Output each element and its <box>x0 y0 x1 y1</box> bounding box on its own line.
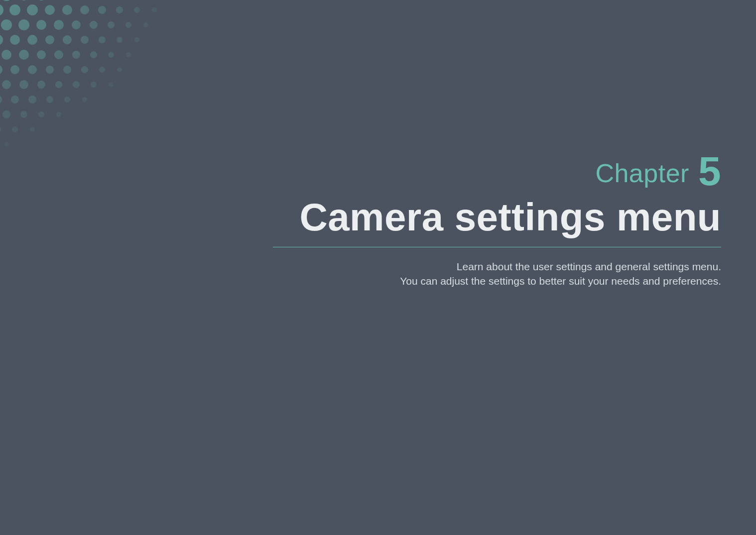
svg-point-13 <box>0 0 12 1</box>
svg-point-29 <box>98 6 106 14</box>
svg-point-84 <box>64 97 70 103</box>
svg-point-85 <box>82 97 87 102</box>
svg-point-64 <box>10 65 19 74</box>
svg-point-42 <box>143 22 148 27</box>
svg-point-24 <box>9 4 20 15</box>
svg-point-88 <box>20 111 27 118</box>
svg-point-25 <box>27 4 38 15</box>
svg-point-87 <box>2 110 10 118</box>
svg-point-34 <box>1 19 12 30</box>
svg-point-52 <box>134 37 139 42</box>
svg-point-92 <box>0 126 1 133</box>
svg-point-93 <box>12 126 18 132</box>
svg-point-36 <box>36 20 46 30</box>
svg-point-82 <box>28 96 36 104</box>
svg-point-78 <box>109 82 114 87</box>
svg-point-48 <box>63 35 72 44</box>
svg-point-31 <box>134 7 140 13</box>
description-line-1: Learn about the user settings and genera… <box>457 261 721 272</box>
svg-point-23 <box>0 4 3 16</box>
title-divider <box>273 247 721 247</box>
svg-point-37 <box>54 20 64 30</box>
svg-point-44 <box>0 34 3 45</box>
chapter-label-text: Chapter <box>595 158 689 188</box>
chapter-label: Chapter 5 <box>595 157 721 190</box>
chapter-description: Learn about the user settings and genera… <box>273 259 721 289</box>
svg-point-96 <box>4 142 9 147</box>
description-line-2: You can adjust the settings to better su… <box>400 275 721 287</box>
svg-point-63 <box>0 65 2 75</box>
svg-point-40 <box>108 21 115 28</box>
svg-point-58 <box>72 51 80 59</box>
svg-point-60 <box>108 52 114 58</box>
svg-point-90 <box>56 112 61 117</box>
svg-point-32 <box>152 7 157 12</box>
svg-point-50 <box>99 36 106 43</box>
svg-point-57 <box>54 50 63 59</box>
svg-point-77 <box>91 82 97 88</box>
svg-point-54 <box>1 50 11 60</box>
svg-point-56 <box>37 50 46 59</box>
svg-point-41 <box>126 22 131 28</box>
svg-point-73 <box>19 80 28 89</box>
svg-point-76 <box>73 81 80 88</box>
svg-point-38 <box>72 20 81 29</box>
svg-point-28 <box>80 5 89 14</box>
svg-point-35 <box>18 19 29 30</box>
svg-point-70 <box>117 67 122 72</box>
svg-point-55 <box>19 50 29 60</box>
svg-point-94 <box>30 127 35 132</box>
svg-point-80 <box>0 95 2 104</box>
svg-point-69 <box>99 67 105 73</box>
svg-point-51 <box>117 37 123 43</box>
svg-point-46 <box>27 35 37 45</box>
svg-point-26 <box>45 5 55 15</box>
svg-point-39 <box>90 21 98 29</box>
svg-point-49 <box>81 36 89 44</box>
svg-point-14 <box>18 0 29 0</box>
svg-point-83 <box>46 96 53 103</box>
svg-point-72 <box>2 80 11 89</box>
svg-point-15 <box>36 0 47 0</box>
svg-point-47 <box>45 35 54 44</box>
chapter-number: 5 <box>698 155 721 188</box>
svg-point-89 <box>38 111 44 117</box>
svg-point-61 <box>126 52 131 57</box>
svg-point-66 <box>46 66 54 74</box>
svg-point-75 <box>55 81 62 88</box>
svg-point-74 <box>37 81 45 89</box>
chapter-content: Chapter 5 Camera settings menu Learn abo… <box>273 157 721 288</box>
svg-point-81 <box>11 96 19 104</box>
svg-point-68 <box>81 66 88 73</box>
dots-decoration <box>0 0 194 169</box>
svg-point-67 <box>63 66 71 74</box>
svg-point-27 <box>62 5 72 15</box>
chapter-title: Camera settings menu <box>273 195 721 240</box>
svg-point-30 <box>116 6 123 13</box>
svg-point-59 <box>90 51 97 58</box>
svg-point-65 <box>28 65 37 74</box>
svg-point-45 <box>10 35 20 45</box>
